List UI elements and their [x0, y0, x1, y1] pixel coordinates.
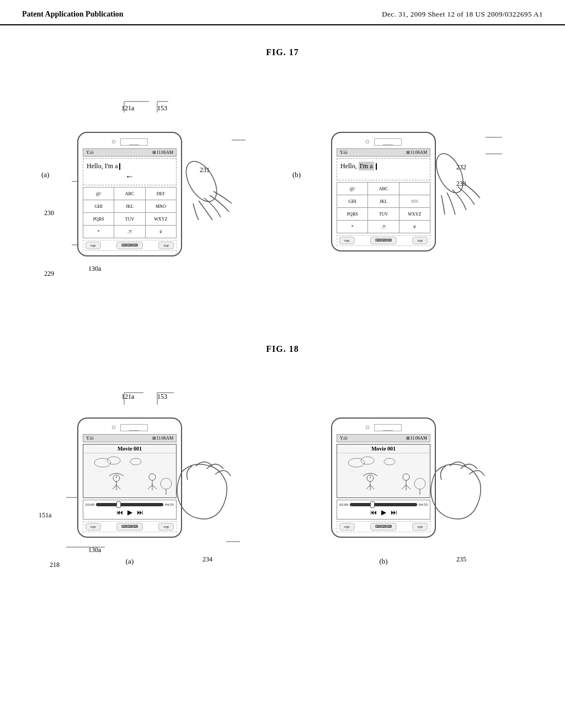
key-at-slash-a[interactable]: @/	[83, 188, 114, 200]
key-star-b[interactable]: *	[337, 221, 368, 233]
top-bar-b: ⎯⎯⎯	[374, 138, 402, 146]
svg-point-45	[403, 474, 409, 480]
bottom-btn-18b-3[interactable]: εγρ	[412, 523, 428, 531]
player-controls-18a: 02:00 04:55 ⏮ ▶ ⏭	[83, 500, 177, 520]
cursor-b	[376, 163, 377, 170]
key-tuv-b[interactable]: TUV	[368, 208, 399, 220]
key-abc-b[interactable]: ABC	[368, 183, 399, 195]
status-left-a: Y.iii	[86, 150, 93, 155]
bottom-btn-1b[interactable]: εγρ	[339, 237, 355, 244]
status-left-18b: Y.iii	[340, 436, 347, 441]
svg-line-27	[116, 485, 120, 489]
fastforward-btn-18a[interactable]: ⏭	[137, 508, 143, 517]
svg-point-10	[431, 149, 468, 197]
status-right-18a: ⊞11:06AM	[152, 436, 173, 441]
status-right-18b: ⊞11:06AM	[406, 436, 427, 441]
label-130a-fig18: 130a	[88, 546, 101, 554]
key-pqrs-a[interactable]: PQRS	[83, 213, 114, 225]
scene-svg-18b: · · · · · ·	[340, 456, 427, 495]
svg-point-19	[107, 457, 120, 464]
bottom-btn-2a[interactable]: ⌨⌨⌨	[116, 242, 143, 249]
keyboard-a: @/ ABC DEF GHI JKL MNO PQRS TUV WXYZ	[83, 187, 177, 238]
status-left-18a: Y.iii	[86, 436, 93, 441]
bottom-btn-18b-1[interactable]: εγρ	[339, 523, 355, 531]
svg-line-32	[152, 485, 157, 489]
svg-line-42	[366, 485, 370, 489]
keyboard-b: @/ ABC GHI JKL MN PQRS TUV WXYZ	[337, 182, 430, 233]
svg-point-9	[180, 156, 223, 206]
hand-svg-18a	[166, 449, 237, 521]
label-218: 218	[50, 561, 60, 569]
text-content-a: Hello, I'm a	[87, 162, 118, 170]
bottom-btn-18a-3[interactable]: εγρ	[158, 523, 174, 531]
fig18-phone-a-wrapper: 121a 153 151a 218 234 130a ○ ⎯⎯⎯	[77, 393, 182, 566]
key-jkl-b[interactable]: JKL	[368, 195, 399, 207]
status-bar-b: Y.iii ⊞11:06AM	[337, 148, 430, 157]
label-230: 230	[44, 209, 54, 217]
key-at-slash-b[interactable]: @/	[337, 183, 368, 195]
svg-line-47	[402, 485, 406, 489]
progress-track-18a[interactable]	[96, 503, 163, 506]
svg-point-36	[361, 457, 374, 464]
bottom-btn-3b[interactable]: εγρ	[412, 237, 428, 244]
svg-line-26	[113, 485, 116, 489]
key-row-b0: @/ ABC	[337, 183, 430, 195]
rewind-btn-18a[interactable]: ⏮	[116, 508, 123, 517]
control-buttons-18a: ⏮ ▶ ⏭	[86, 508, 174, 517]
text-area-a: Hello, I'm a ←	[83, 158, 177, 185]
bottom-btn-18b-2[interactable]: ⌨⌨⌨	[370, 523, 397, 531]
progress-thumb-18b[interactable]	[370, 501, 375, 508]
phone-bottom-a: εγρ ⌨⌨⌨ εγρ	[83, 240, 177, 251]
play-btn-18b[interactable]: ▶	[381, 508, 386, 517]
progress-bar-18a: 02:00 04:55	[86, 502, 174, 507]
key-punct-a[interactable]: .?!	[114, 226, 145, 238]
key-abc-a[interactable]: ABC	[114, 188, 145, 200]
scene-svg-18a: · · · · · · · ·	[86, 456, 173, 495]
main-content: FIG. 17 121a 15	[0, 25, 565, 685]
player-controls-18b: 02:00 04:55 ⏮ ▶ ⏭	[337, 500, 430, 520]
key-pqrs-b[interactable]: PQRS	[337, 208, 368, 220]
fig17-section: 121a 153 (a) 230 229 231 ○ ⎯⎯⎯	[22, 74, 543, 311]
label-121a-fig17: 121a	[121, 104, 134, 113]
label-235: 235	[456, 555, 466, 564]
key-ghi-a[interactable]: GHI	[83, 200, 114, 212]
fig18-section: 121a 153 151a 218 234 130a ○ ⎯⎯⎯	[22, 371, 543, 646]
play-btn-18a[interactable]: ▶	[127, 508, 132, 517]
key-hash-a[interactable]: #	[146, 226, 176, 238]
fastforward-btn-18b[interactable]: ⏭	[391, 508, 397, 517]
backspace-arrow-a: ←	[87, 172, 173, 181]
key-jkl-a[interactable]: JKL	[114, 200, 145, 212]
fig17-sub-a-label: (a)	[41, 170, 49, 179]
top-bar-a: ⎯⎯⎯	[120, 138, 148, 146]
speaker-icon-a: ○	[111, 137, 116, 146]
bottom-btn-2b[interactable]: ⌨⌨⌨	[370, 237, 397, 244]
label-153-fig17: 153	[157, 104, 167, 113]
svg-point-20	[130, 458, 141, 465]
hand-svg-18b	[419, 449, 491, 521]
key-hash-b[interactable]: #	[399, 221, 430, 233]
key-star-a[interactable]: *	[83, 226, 114, 238]
bottom-btn-18a-1[interactable]: εγρ	[86, 523, 101, 531]
rewind-btn-18b[interactable]: ⏮	[370, 508, 377, 517]
svg-point-29	[149, 474, 156, 480]
label-229: 229	[44, 270, 54, 278]
key-punct-b[interactable]: .?!	[368, 221, 399, 233]
phone-bottom-18b: εγρ ⌨⌨⌨ εγρ	[337, 521, 430, 532]
bottom-btn-1a[interactable]: εγρ	[86, 242, 101, 249]
progress-track-18b[interactable]	[350, 503, 417, 506]
header-meta: Dec. 31, 2009 Sheet 12 of 18 US 2009/032…	[382, 10, 543, 19]
hand-svg-17b	[419, 148, 486, 220]
bottom-btn-18a-2[interactable]: ⌨⌨⌨	[116, 523, 143, 531]
status-bar-a: Y.iii ⊞11:06AM	[83, 148, 177, 157]
video-scene-18a: · · · · · · · ·	[83, 453, 176, 497]
bottom-btn-3a[interactable]: εγρ	[158, 242, 174, 249]
progress-thumb-18a[interactable]	[116, 501, 121, 508]
key-ghi-b[interactable]: GHI	[337, 195, 368, 207]
video-area-18a: Movie 001 · · · · · · ·	[83, 444, 177, 498]
key-row-1: GHI JKL MNO	[83, 200, 176, 213]
fig18-sub-b: (b)	[331, 557, 436, 566]
key-row-0: @/ ABC DEF	[83, 188, 176, 200]
key-tuv-a[interactable]: TUV	[114, 213, 145, 225]
label-130a-fig17: 130a	[88, 265, 101, 273]
key-row-b1: GHI JKL MN	[337, 195, 430, 208]
